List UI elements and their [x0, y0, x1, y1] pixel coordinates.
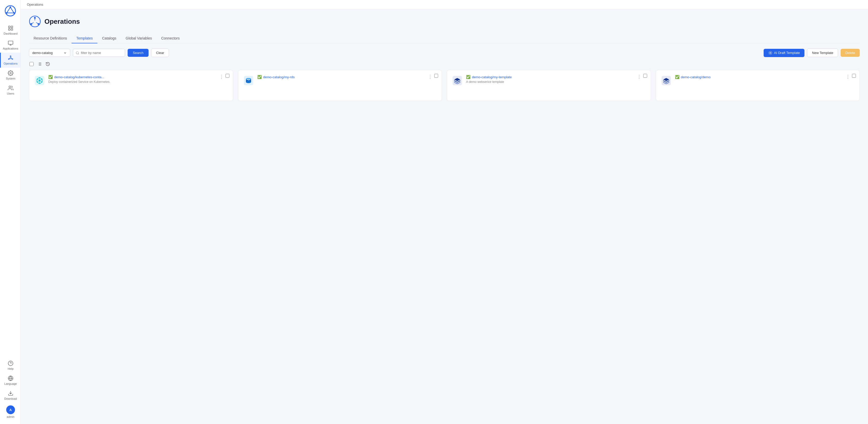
card-checkbox-wrap	[852, 74, 856, 79]
logo	[3, 3, 18, 19]
table-controls	[29, 62, 860, 66]
select-all-checkbox[interactable]	[29, 62, 34, 66]
sidebar-item-label: Users	[7, 92, 14, 95]
layers-icon	[660, 75, 672, 86]
sidebar-item-download[interactable]: Download	[0, 388, 21, 403]
card-menu-button[interactable]: ⋮	[219, 74, 224, 79]
ai-draft-label: AI Draft Template	[774, 51, 800, 55]
svg-point-30	[76, 52, 79, 54]
sidebar-item-label: Download	[4, 397, 17, 400]
breadcrumb-text: Operations	[27, 3, 43, 6]
svg-point-32	[770, 53, 771, 54]
tab-connectors[interactable]: Connectors	[157, 34, 184, 43]
sidebar-item-applications[interactable]: Applications	[0, 38, 21, 53]
clear-button[interactable]: Clear	[151, 48, 169, 57]
svg-rect-4	[8, 26, 10, 28]
sidebar-bottom: Help Language Download A admin	[0, 358, 21, 421]
card-info: ✅ demo-catalog/my-rds	[257, 75, 437, 80]
catalog-select[interactable]: demo-catalog	[29, 49, 70, 57]
card-checkbox[interactable]	[225, 74, 229, 78]
card-name: demo-catalog/kubernetes-conta...	[54, 75, 104, 79]
card-info: ✅ demo-catalog/demo	[675, 75, 855, 80]
svg-point-1	[9, 6, 11, 8]
sort-icon[interactable]	[37, 62, 42, 66]
user-label: admin	[7, 415, 14, 418]
svg-point-12	[8, 59, 9, 60]
sidebar-item-dashboard[interactable]: Dashboard	[0, 23, 21, 38]
tab-templates[interactable]: Templates	[71, 34, 97, 43]
tab-global-variables[interactable]: Global Variables	[121, 34, 157, 43]
page-content: Operations Resource Definitions Template…	[21, 9, 868, 424]
ai-icon	[768, 51, 772, 55]
tabs: Resource Definitions Templates Catalogs …	[29, 34, 860, 43]
sidebar-item-admin[interactable]: A admin	[0, 403, 21, 421]
svg-text:SQL: SQL	[246, 78, 250, 80]
select-all-checkbox-wrap	[29, 62, 34, 66]
tab-catalogs[interactable]: Catalogs	[97, 34, 121, 43]
svg-line-14	[11, 58, 12, 59]
status-badge: ✅	[48, 75, 53, 79]
card-header: ✅ demo-catalog/my-template A demo webser…	[452, 75, 646, 86]
card-name: demo-catalog/demo	[681, 75, 711, 79]
template-card[interactable]: ✅ demo-catalog/kubernetes-conta... Deplo…	[29, 70, 233, 101]
card-info: ✅ demo-catalog/my-template A demo webser…	[466, 75, 646, 84]
svg-point-11	[12, 59, 13, 60]
sidebar-item-users[interactable]: Users	[0, 83, 21, 98]
page-title: Operations	[44, 18, 80, 26]
card-checkbox[interactable]	[852, 74, 856, 78]
card-checkbox-wrap	[225, 74, 229, 79]
card-checkbox[interactable]	[434, 74, 438, 78]
card-checkbox-wrap	[434, 74, 438, 79]
sql-icon: SQL	[243, 75, 254, 86]
svg-point-24	[34, 17, 36, 19]
search-button[interactable]: Search	[128, 49, 149, 57]
kubernetes-icon	[34, 75, 45, 86]
sidebar-item-help[interactable]: Help	[0, 358, 21, 373]
card-header: ✅ demo-catalog/kubernetes-conta... Deplo…	[34, 75, 228, 86]
template-card[interactable]: ✅ demo-catalog/demo ⋮	[656, 70, 860, 101]
template-card[interactable]: ✅ demo-catalog/my-template A demo webser…	[447, 70, 651, 101]
delete-button[interactable]: Delete	[841, 49, 860, 57]
card-name: demo-catalog/my-rds	[263, 75, 295, 79]
card-info: ✅ demo-catalog/kubernetes-conta... Deplo…	[48, 75, 228, 84]
svg-line-28	[36, 23, 38, 24]
card-checkbox[interactable]	[643, 74, 647, 78]
svg-point-9	[10, 57, 11, 59]
svg-line-29	[32, 23, 34, 24]
card-menu-button[interactable]: ⋮	[637, 74, 642, 79]
avatar: A	[6, 405, 15, 414]
sidebar-item-language[interactable]: Language	[0, 373, 21, 388]
card-menu-button[interactable]: ⋮	[845, 74, 850, 79]
status-badge: ✅	[257, 75, 262, 79]
svg-line-15	[9, 58, 10, 59]
chevron-down-icon	[63, 51, 67, 55]
sidebar-item-system[interactable]: System	[0, 68, 21, 83]
svg-point-18	[8, 361, 13, 366]
cards-grid: ✅ demo-catalog/kubernetes-conta... Deplo…	[29, 70, 860, 101]
sidebar-item-label: Applications	[3, 47, 18, 50]
svg-rect-7	[11, 29, 13, 30]
svg-point-2	[13, 12, 15, 14]
card-name: demo-catalog/my-template	[472, 75, 512, 79]
svg-rect-5	[11, 26, 13, 28]
card-description: A demo webserice template	[466, 80, 646, 84]
sidebar-item-operations[interactable]: Operations	[0, 53, 21, 68]
catalog-value: demo-catalog	[32, 51, 62, 55]
page-header: Operations	[29, 15, 860, 27]
layers-icon	[452, 75, 463, 86]
ai-draft-button[interactable]: AI Draft Template	[764, 49, 804, 57]
template-card[interactable]: SQL ✅ demo-catalog/my-rds ⋮	[238, 70, 442, 101]
breadcrumb: Operations	[21, 0, 868, 9]
name-filter-input[interactable]	[81, 51, 122, 55]
tab-resource-definitions[interactable]: Resource Definitions	[29, 34, 71, 43]
search-icon	[76, 51, 79, 55]
history-icon[interactable]	[45, 62, 50, 66]
new-template-button[interactable]: New Template	[807, 48, 838, 57]
svg-rect-6	[8, 29, 10, 30]
card-menu-button[interactable]: ⋮	[428, 74, 432, 79]
svg-rect-8	[8, 41, 13, 44]
sidebar-item-label: Operations	[4, 62, 18, 65]
svg-point-41	[39, 80, 40, 81]
svg-point-3	[6, 12, 7, 14]
status-badge: ✅	[675, 75, 679, 79]
